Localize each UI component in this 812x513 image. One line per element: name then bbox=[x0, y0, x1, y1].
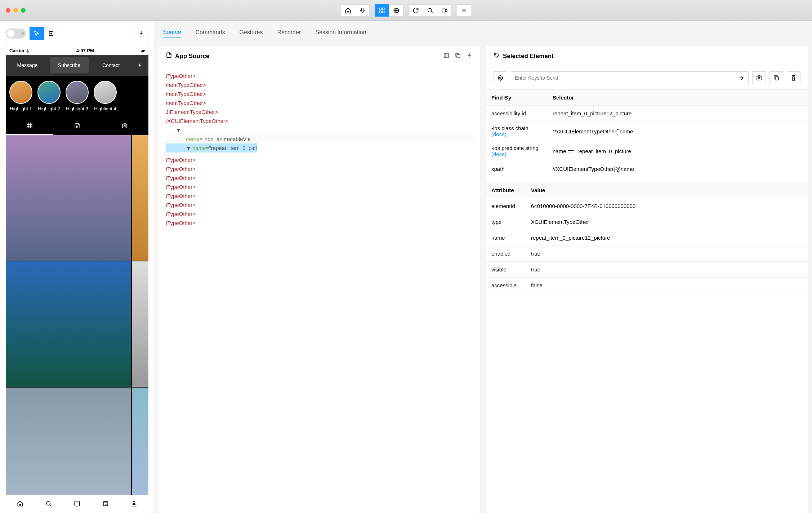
source-tree[interactable]: tTypeOther>mentTypeOther>mentTypeOther>m… bbox=[159, 66, 480, 513]
attribute-value[interactable]: true bbox=[526, 247, 808, 260]
send-keys-button[interactable] bbox=[734, 71, 749, 84]
tree-node[interactable]: tTypeOther> bbox=[166, 218, 473, 227]
attribute-name: accessible bbox=[486, 279, 526, 292]
profile-tab-subscribe[interactable]: Subscribe bbox=[50, 57, 89, 73]
close-session-button[interactable] bbox=[457, 4, 471, 17]
svg-rect-11 bbox=[122, 124, 127, 128]
profile-tab-message[interactable]: Message bbox=[8, 57, 47, 73]
grid-tab-reels[interactable] bbox=[53, 116, 101, 135]
photo-cell[interactable] bbox=[6, 388, 131, 513]
download-xml-button[interactable] bbox=[466, 52, 473, 60]
svg-rect-4 bbox=[383, 11, 384, 13]
tree-node[interactable]: mentTypeOther> bbox=[166, 98, 473, 107]
tap-coords-button[interactable] bbox=[44, 27, 58, 40]
web-button[interactable] bbox=[389, 4, 403, 17]
tree-node[interactable] bbox=[166, 152, 473, 155]
copy-xml-button[interactable] bbox=[455, 52, 461, 60]
close-window-button[interactable] bbox=[6, 8, 10, 13]
attribute-name: type bbox=[486, 215, 526, 229]
toggle-attributes-button[interactable] bbox=[443, 52, 450, 60]
findby-selector[interactable]: repeat_item_0_picture12_picture bbox=[548, 107, 808, 120]
tab-recorder[interactable]: Recorder bbox=[277, 29, 301, 38]
highlight-item[interactable]: Highlight 3 bbox=[66, 81, 89, 111]
minimize-window-button[interactable] bbox=[13, 8, 18, 13]
tab-source[interactable]: Source bbox=[163, 29, 181, 38]
tap-element-button[interactable] bbox=[494, 71, 507, 84]
attribute-row: enabledtrue bbox=[486, 246, 808, 262]
tab-gestures[interactable]: Gestures bbox=[240, 29, 263, 38]
tree-node[interactable]: tTypeOther> bbox=[166, 164, 473, 173]
photo-cell[interactable] bbox=[6, 261, 131, 387]
photo-cell[interactable] bbox=[132, 135, 148, 261]
findby-selector[interactable]: **/XCUIElementTypeOther[`name bbox=[548, 125, 808, 138]
tree-node[interactable]: name="non_animatableVie bbox=[166, 134, 473, 143]
findby-row: -ios predicate string(docs)name == "repe… bbox=[486, 141, 808, 161]
findby-selector[interactable]: name == "repeat_item_0_picture bbox=[548, 145, 808, 158]
highlight-avatar bbox=[66, 81, 89, 104]
refresh-button[interactable] bbox=[409, 4, 423, 17]
docs-link[interactable]: (docs) bbox=[491, 151, 507, 157]
tree-node[interactable]: tTypeOther> bbox=[166, 173, 473, 182]
attribute-value[interactable]: true bbox=[526, 263, 808, 276]
mjpeg-toggle[interactable]: ✕ bbox=[6, 28, 26, 39]
get-timing-button[interactable] bbox=[787, 71, 800, 84]
tab-commands[interactable]: Commands bbox=[196, 29, 225, 38]
tree-node[interactable]: ▼ bbox=[166, 125, 473, 134]
nav-reels-icon[interactable] bbox=[102, 500, 109, 508]
attribute-value[interactable]: false bbox=[526, 279, 808, 292]
attribute-name: visible bbox=[486, 263, 526, 276]
photo-cell[interactable] bbox=[132, 261, 148, 387]
record-button[interactable] bbox=[437, 4, 452, 17]
attribute-value[interactable]: XCUIElementTypeOther bbox=[526, 215, 808, 229]
search-button[interactable] bbox=[423, 4, 437, 17]
attribute-value[interactable]: repeat_item_0_picture12_picture bbox=[526, 231, 808, 244]
device-screenshot[interactable]: Carrier ⏚ 4:07 PM ▰ Message Subscribe Co… bbox=[6, 46, 148, 513]
findby-header: Find By bbox=[486, 91, 548, 104]
clear-element-button[interactable] bbox=[752, 71, 766, 84]
highlight-label: Highlight 4 bbox=[94, 106, 116, 111]
highlight-item[interactable]: Highlight 2 bbox=[37, 81, 61, 111]
tree-node[interactable]: :XCUIElementTypeOther> bbox=[166, 116, 473, 125]
tree-node[interactable]: JIElementTypeOther> bbox=[166, 107, 473, 116]
highlight-item[interactable]: Highlight 4 bbox=[94, 81, 117, 111]
tree-node[interactable]: tTypeOther> bbox=[166, 182, 473, 191]
tree-node[interactable]: mentTypeOther> bbox=[166, 89, 473, 98]
findby-selector[interactable]: //XCUIElementTypeOther[@name bbox=[548, 162, 808, 176]
photo-cell[interactable] bbox=[6, 135, 131, 261]
document-icon bbox=[166, 52, 172, 60]
attribute-value[interactable]: 64010000-0000-0000-7E4B-010000000000 bbox=[526, 199, 808, 213]
send-keys-input[interactable] bbox=[511, 71, 734, 84]
highlight-item[interactable]: Highlight 1 bbox=[9, 81, 32, 111]
photo-cell[interactable] bbox=[132, 388, 148, 513]
tree-node[interactable]: tTypeOther> bbox=[166, 209, 473, 218]
close-icon: ✕ bbox=[21, 31, 24, 36]
select-element-button[interactable] bbox=[30, 27, 44, 40]
nav-add-icon[interactable] bbox=[74, 500, 80, 508]
grid-tab-tagged[interactable] bbox=[101, 116, 148, 135]
tree-node[interactable]: tTypeOther> bbox=[166, 71, 473, 80]
tree-node[interactable]: mentTypeOther> bbox=[166, 80, 473, 89]
tree-node[interactable]: tTypeOther> bbox=[166, 191, 473, 200]
attribute-row: accessiblefalse bbox=[486, 278, 808, 293]
tree-node[interactable]: tTypeOther> bbox=[166, 200, 473, 209]
app-grid-button[interactable] bbox=[375, 4, 389, 17]
nav-search-icon[interactable] bbox=[45, 500, 52, 508]
tree-node[interactable]: tTypeOther> bbox=[166, 155, 473, 164]
maximize-window-button[interactable] bbox=[21, 8, 26, 13]
home-button[interactable] bbox=[341, 4, 355, 17]
app-source-card: App Source tTypeOther>mentTypeOther>ment… bbox=[159, 46, 480, 513]
findby-row: accessibility idrepeat_item_0_picture12_… bbox=[486, 106, 808, 121]
grid-tab-posts[interactable] bbox=[6, 116, 53, 135]
docs-link[interactable]: (docs) bbox=[491, 131, 507, 137]
tree-node[interactable]: ▼ name="repeat_item_0_pict bbox=[166, 143, 257, 152]
nav-home-icon[interactable] bbox=[17, 500, 23, 508]
mic-button[interactable] bbox=[355, 4, 370, 17]
download-screenshot-button[interactable] bbox=[134, 27, 148, 40]
copy-attributes-button[interactable] bbox=[769, 71, 783, 84]
nav-profile-icon[interactable] bbox=[131, 500, 137, 508]
profile-tab-contact[interactable]: Contact bbox=[92, 57, 130, 73]
device-bottom-nav bbox=[6, 495, 148, 513]
svg-rect-7 bbox=[442, 9, 446, 12]
tab-session-info[interactable]: Session Information bbox=[315, 29, 366, 38]
profile-tab-more[interactable]: ✦ bbox=[133, 57, 146, 73]
